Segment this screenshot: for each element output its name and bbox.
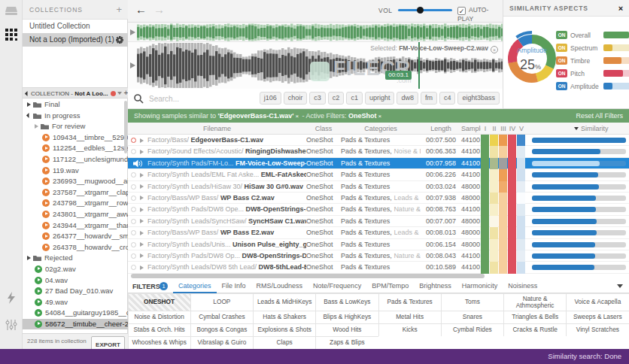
- filter-tab-categories[interactable]: Categories: [173, 280, 217, 293]
- category-button[interactable]: Cymbal Rides: [441, 323, 504, 337]
- column-samplerate[interactable]: Sample: [461, 123, 481, 135]
- category-button[interactable]: Vibraslap & Guiro: [190, 336, 254, 350]
- category-button[interactable]: Nature & Athmospheric: [503, 293, 567, 311]
- category-button[interactable]: Vinyl Scratches: [566, 323, 629, 337]
- search-tag[interactable]: fm: [421, 92, 437, 105]
- tree-file-item[interactable]: 109434__timbre__52906-vl...: [23, 132, 128, 144]
- play-sample-icon[interactable]: [140, 184, 144, 189]
- waveform-overview[interactable]: [128, 23, 503, 42]
- search-tag[interactable]: j106: [260, 92, 281, 105]
- category-button[interactable]: Cymbal Crashes: [190, 311, 254, 324]
- chevron-down-icon[interactable]: [117, 92, 122, 95]
- tree-file-item[interactable]: 243944__xtrgamr__thank-y...: [23, 220, 128, 232]
- table-row[interactable]: Factory/Synth Pads/FM-Lo... FM-Voice-Low…: [128, 158, 629, 169]
- tree-folder-item[interactable]: In progress: [23, 111, 128, 122]
- column-length[interactable]: Length: [421, 123, 461, 135]
- column-categories[interactable]: Categories: [341, 123, 421, 135]
- filter-tab-bpm-tempo[interactable]: BPM/Tempo: [366, 280, 414, 293]
- category-button[interactable]: Hats & Shakers: [253, 311, 316, 324]
- aspect-on-toggle[interactable]: ON: [556, 56, 567, 65]
- category-button[interactable]: Claps: [253, 336, 316, 350]
- play-sample-icon[interactable]: [140, 242, 144, 247]
- gear-icon[interactable]: [116, 36, 123, 44]
- category-button[interactable]: Bongos & Congas: [190, 323, 254, 337]
- tree-caret-icon[interactable]: [27, 102, 31, 107]
- drive-icon[interactable]: [0, 5, 23, 20]
- filter-tab-file-info[interactable]: File Info: [217, 280, 251, 293]
- waveform-main[interactable]: FILECR.com 00:03.1 Selected: FM-Voice-Lo…: [128, 42, 503, 89]
- category-button[interactable]: Noise & Distortion: [128, 311, 191, 324]
- search-tag[interactable]: c3: [309, 92, 326, 105]
- column-class[interactable]: Class: [306, 123, 341, 135]
- search-tag[interactable]: upright: [365, 92, 395, 105]
- reset-all-filters-button[interactable]: Reset All Filters: [576, 109, 623, 123]
- apps-grid-icon[interactable]: [0, 29, 23, 44]
- play-main-icon[interactable]: [130, 62, 135, 68]
- back-button[interactable]: ←: [135, 3, 147, 16]
- category-button[interactable]: ONESHOT: [128, 293, 191, 311]
- tree-file-item[interactable]: 49.wav: [23, 297, 128, 308]
- search-input[interactable]: [147, 92, 253, 105]
- play-sample-icon[interactable]: [140, 219, 144, 223]
- add-collection-button[interactable]: +: [116, 0, 123, 20]
- aspect-weight-slider[interactable]: [603, 83, 629, 89]
- category-button[interactable]: Bass & LowKeys: [315, 293, 378, 311]
- collection-tree-header[interactable]: COLLECTION - Not A Loo...+: [23, 87, 128, 99]
- play-sample-icon[interactable]: [140, 173, 144, 177]
- play-overview-icon[interactable]: [130, 29, 135, 35]
- mixer-icon[interactable]: [0, 319, 23, 334]
- tree-file-item[interactable]: 27 Bad Day_010.wav: [23, 286, 128, 297]
- tree-file-item[interactable]: 54084__guitarguy1985__civild...: [23, 308, 128, 319]
- aspect-on-toggle[interactable]: ON: [556, 69, 567, 77]
- tree-file-item[interactable]: 243798__xtrgamr__rowdy-...: [23, 198, 128, 209]
- lightning-icon[interactable]: [0, 292, 23, 307]
- remove-oneshot-filter-icon[interactable]: ×: [378, 113, 382, 120]
- category-button[interactable]: Toms: [441, 293, 504, 311]
- category-button[interactable]: Stabs & Orch. Hits: [128, 323, 191, 337]
- category-button[interactable]: Blips & HighKeys: [315, 311, 378, 324]
- filter-tab-brightness[interactable]: Brightness: [414, 280, 457, 293]
- category-button[interactable]: Explosions & Shots: [253, 323, 316, 337]
- table-row[interactable]: Factory/Synth Leads/DW8 5th Lead/ DW8-5t…: [128, 262, 629, 273]
- tree-folder-item[interactable]: Rejected: [23, 253, 128, 264]
- category-button[interactable]: Leads & MidHiKeys: [253, 293, 316, 311]
- search-tag[interactable]: choir: [284, 92, 308, 105]
- collection-list-item[interactable]: Untitled Collection: [23, 20, 128, 33]
- aspect-weight-slider[interactable]: [603, 70, 629, 77]
- play-sample-icon[interactable]: [140, 253, 144, 258]
- tree-file-item[interactable]: 04.wav: [23, 275, 128, 287]
- column-filename[interactable]: Filename: [128, 123, 306, 135]
- table-row[interactable]: Factory/Synth Leads/EML Fat Aske... EML-…: [128, 169, 629, 180]
- tree-folder-item[interactable]: Final: [23, 99, 128, 111]
- play-sample-icon[interactable]: [140, 196, 144, 200]
- table-row[interactable]: Factory/Synth Leads/Unis... Unison Pulse…: [128, 239, 629, 250]
- collapse-filters-icon[interactable]: [617, 284, 623, 288]
- volume-slider-thumb[interactable]: [417, 7, 424, 14]
- aspect-weight-slider[interactable]: [603, 57, 629, 64]
- tree-file-item[interactable]: 02g2.wav: [23, 264, 128, 275]
- clear-selection-icon[interactable]: ×: [491, 46, 498, 53]
- category-button[interactable]: LOOP: [190, 293, 254, 311]
- autoplay-checkbox[interactable]: ✓: [457, 7, 466, 15]
- table-horizontal-scrollbar[interactable]: [131, 274, 485, 278]
- filter-tab-noisiness[interactable]: Noisiness: [503, 280, 542, 293]
- category-button[interactable]: Voice & Acapella: [566, 293, 629, 311]
- tree-file-item[interactable]: 117122__unclesigmund__s...: [23, 154, 128, 165]
- category-button[interactable]: Pads & Textures: [378, 293, 442, 311]
- tree-folder-item[interactable]: For review: [23, 121, 128, 132]
- close-aspects-icon[interactable]: ×: [618, 0, 624, 17]
- filter-tab-harmonicity[interactable]: Harmonicity: [457, 280, 503, 293]
- aspect-on-toggle[interactable]: ON: [556, 82, 567, 90]
- search-tag[interactable]: eight3bass: [457, 92, 500, 105]
- table-row[interactable]: Factory/Synth Pads/DW8 Op... DW8-OpenStr…: [128, 250, 629, 262]
- tree-scrollbar[interactable]: [124, 101, 127, 153]
- category-button[interactable]: Sweeps & Lasers: [566, 311, 629, 324]
- search-tag[interactable]: c2: [328, 92, 345, 105]
- forward-button[interactable]: →: [153, 3, 165, 16]
- aspect-weight-slider[interactable]: [603, 32, 629, 38]
- table-row[interactable]: Factory/Bass/ EdgeoverBass-C1.wavOneShot…: [128, 135, 629, 146]
- aspect-on-toggle[interactable]: ON: [556, 31, 567, 39]
- aspect-on-toggle[interactable]: ON: [556, 44, 567, 52]
- tree-file-item[interactable]: 264377__howardv__small-...: [23, 231, 128, 242]
- tree-file-item[interactable]: 264378__howardv__crowd...: [23, 242, 128, 253]
